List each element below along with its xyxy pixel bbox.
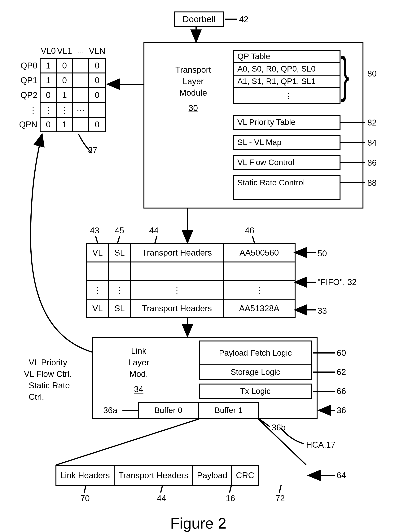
tx-logic: Tx Logic [199, 384, 312, 399]
payload-fetch-ref: 60 [337, 348, 346, 358]
qp-table-row2: ⋮ [233, 87, 341, 104]
fifo-ref-top: 50 [317, 249, 327, 258]
hca-ref: HCA,17 [306, 440, 335, 450]
qp-vl-matrix: VL0 VL1 ... VLN QP0100 QP1100 QP2010 ⋮⋮⋮… [19, 44, 106, 132]
vl-priority-table: VL Priority Table [233, 115, 341, 130]
vl-flow-control: VL Flow Control [233, 155, 341, 170]
fifo-col-vl-ref: 43 [90, 226, 99, 235]
tlm-title1: Transport [164, 65, 222, 75]
side-label-3: Static Rate [29, 381, 70, 390]
tlm-title2: Layer [164, 76, 222, 86]
static-rate-control: Static Rate Control [233, 175, 341, 200]
llm-title3: Mod. [115, 369, 163, 379]
svg-line-26 [161, 485, 163, 493]
svg-line-28 [279, 485, 281, 493]
tlm-ref: 30 [164, 103, 222, 113]
sl-vl-map: SL - VL Map [233, 135, 341, 150]
fifo-table: VL SL Transport Headers AA500560 ⋮⋮⋮⋮ VL… [86, 243, 296, 318]
payload-fetch-logic: Payload Fetch Logic [199, 341, 312, 365]
static-rate-ref: 88 [367, 178, 377, 188]
side-label-2: VL Flow Ctrl. [24, 369, 72, 379]
storage-logic: Storage Logic [199, 364, 312, 380]
svg-line-7 [155, 236, 157, 243]
packet-cell3-ref: 72 [275, 494, 285, 503]
qp-table-row0: A0, S0, R0, QP0, SL0 [233, 62, 341, 76]
vl-flow-ref: 86 [367, 158, 377, 168]
buffer-1: Buffer 1 [198, 402, 259, 419]
buffer-0: Buffer 0 [138, 402, 199, 419]
svg-line-5 [96, 236, 98, 243]
side-label-4: Ctrl. [29, 392, 44, 402]
buffers-ref-group: 36 [337, 405, 346, 415]
tx-ref: 66 [337, 386, 346, 396]
fifo-ref-bottom: 33 [317, 306, 327, 316]
packet-cell2-ref: 16 [226, 494, 235, 503]
doorbell-ref: 42 [239, 14, 248, 24]
qp-table-row1: A1, S1, R1, QP1, SL1 [233, 75, 341, 88]
qp-table-ref: 80 [367, 69, 377, 78]
llm-title2: Layer [115, 358, 163, 367]
figure-label: Figure 2 [170, 515, 226, 532]
fifo-col-th-ref: 44 [149, 226, 158, 235]
packet-table: Link Headers Transport Headers Payload C… [56, 465, 259, 486]
matrix-ref: 37 [88, 146, 97, 155]
tlm-title3: Module [164, 88, 222, 98]
packet-ref: 64 [337, 471, 346, 480]
sl-vl-map-ref: 84 [367, 138, 377, 147]
svg-line-6 [118, 236, 120, 243]
doorbell-label: Doorbell [183, 14, 215, 24]
storage-ref: 62 [337, 367, 346, 377]
qp-table-title: QP Table [233, 50, 341, 63]
brace-icon: } [341, 50, 349, 100]
buffer1-ref: 36b [272, 423, 286, 432]
fifo-col-addr-ref: 46 [245, 226, 254, 235]
svg-line-21 [259, 419, 270, 427]
llm-ref: 34 [115, 385, 163, 394]
llm-title1: Link [115, 346, 163, 356]
svg-line-22 [57, 419, 199, 465]
vl-priority-ref: 82 [367, 118, 377, 127]
side-label-1: VL Priority [29, 358, 67, 367]
packet-cell0-ref: 70 [80, 494, 90, 503]
svg-line-25 [84, 485, 86, 493]
svg-line-27 [230, 485, 231, 493]
fifo-col-sl-ref: 45 [115, 226, 124, 235]
fifo-ref-group: "FIFO", 32 [317, 277, 357, 287]
svg-line-8 [252, 236, 254, 243]
packet-cell1-ref: 44 [157, 494, 166, 503]
buffer0-ref: 36a [103, 405, 117, 415]
